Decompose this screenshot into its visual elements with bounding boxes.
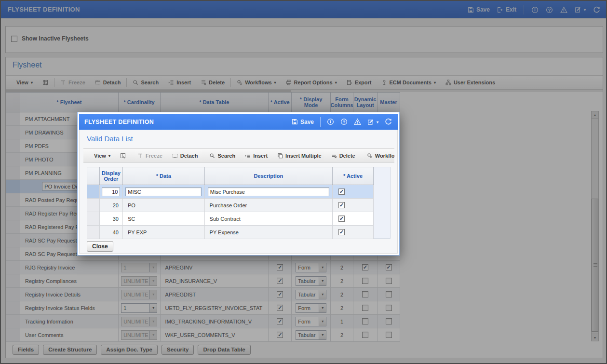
row-selector[interactable] — [87, 185, 100, 198]
valid-data-table: Display Order* DataDescription* Active ✓… — [87, 167, 374, 239]
dialog-body: Valid Data List View▾FreezeDetachSearchI… — [79, 130, 398, 254]
description-input[interactable] — [208, 187, 329, 196]
valid-data-row[interactable]: 30SCSub Contract✓ — [87, 212, 374, 226]
grid-tools-icon — [120, 153, 126, 159]
insert-icon — [245, 153, 251, 159]
insert-button[interactable]: Insert — [240, 149, 272, 162]
valid-data-row[interactable]: 40PY EXPPY Expense✓ — [87, 226, 374, 239]
insert-multiple-icon — [277, 153, 283, 159]
row-selector[interactable] — [87, 212, 100, 225]
dialog-title: FLYSHEET DEFINITION — [84, 119, 154, 125]
dialog-save-label: Save — [300, 119, 314, 125]
display-order-input[interactable] — [102, 187, 120, 196]
active-checkbox[interactable]: ✓ — [338, 216, 345, 222]
active-cell: ✓ — [333, 226, 374, 239]
description-cell: PY Expense — [205, 226, 333, 239]
view-label: View — [94, 153, 106, 159]
description-cell: Sub Contract — [205, 212, 333, 225]
description-cell — [205, 185, 333, 198]
valid-data-toolbar: View▾FreezeDetachSearchInsertInsert Mult… — [83, 148, 394, 162]
caret-down-icon: ▾ — [108, 153, 110, 158]
detach-label: Detach — [180, 153, 198, 159]
dialog-titlebar: FLYSHEET DEFINITION Save ? ▾ — [79, 114, 398, 130]
workflow-icon — [367, 153, 373, 159]
flysheet-definition-dialog: FLYSHEET DEFINITION Save ? ▾ Valid Data … — [77, 112, 400, 256]
detach-button[interactable]: Detach — [167, 149, 203, 162]
active-cell: ✓ — [333, 212, 374, 225]
warning-icon[interactable] — [354, 118, 361, 125]
search-label: Search — [217, 153, 235, 159]
svg-text:?: ? — [343, 120, 346, 124]
freeze-label: Freeze — [146, 153, 162, 159]
row-selector[interactable] — [87, 226, 100, 239]
column-header[interactable]: * Active — [333, 167, 374, 185]
valid-data-table-header: Display Order* DataDescription* Active — [87, 167, 374, 185]
view-button[interactable]: View▾ — [89, 149, 115, 162]
data-cell: SC — [123, 212, 205, 225]
info-icon[interactable] — [327, 118, 334, 125]
display-order-cell: 20 — [100, 199, 123, 212]
valid-data-list-heading: Valid Data List — [87, 135, 133, 143]
active-checkbox[interactable]: ✓ — [338, 189, 345, 195]
display-order-cell: 40 — [100, 226, 123, 239]
column-header[interactable]: * Data — [123, 167, 205, 185]
grid-tools-button[interactable] — [115, 149, 131, 162]
delete-button[interactable]: Delete — [326, 149, 360, 162]
active-cell: ✓ — [333, 185, 374, 198]
data-input[interactable] — [125, 187, 202, 196]
freeze-button: Freeze — [133, 149, 167, 162]
description-cell: Purchase Order — [205, 199, 333, 212]
display-order-cell — [100, 185, 123, 198]
data-cell — [123, 185, 205, 198]
dialog-titlebar-actions: Save ? ▾ — [292, 117, 392, 127]
valid-data-row[interactable]: ✓ — [87, 185, 374, 199]
delete-label: Delete — [339, 153, 355, 159]
active-checkbox[interactable]: ✓ — [338, 229, 345, 235]
search-icon — [209, 153, 215, 159]
display-order-cell: 30 — [100, 212, 123, 225]
detach-icon — [172, 153, 178, 159]
workflow-label: Workflow — [375, 153, 394, 159]
delete-icon — [331, 153, 337, 159]
column-header[interactable]: Display Order — [100, 167, 123, 185]
active-cell: ✓ — [333, 199, 374, 212]
help-icon[interactable]: ? — [340, 118, 348, 125]
freeze-icon — [137, 153, 143, 159]
edit-menu-button[interactable]: ▾ — [367, 119, 378, 125]
table-filler-area — [374, 167, 391, 239]
insert-multiple-button[interactable]: Insert Multiple — [272, 149, 326, 162]
row-selector[interactable] — [87, 199, 100, 212]
column-header[interactable] — [87, 167, 100, 185]
data-cell: PO — [123, 199, 205, 212]
workflow-button[interactable]: Workflow — [362, 149, 394, 162]
save-icon — [292, 119, 298, 125]
data-cell: PY EXP — [123, 226, 205, 239]
toolbar-separator — [320, 117, 321, 127]
edit-icon — [367, 119, 374, 125]
insert-multiple-label: Insert Multiple — [285, 153, 322, 159]
column-header[interactable]: Description — [205, 167, 333, 185]
app-window: FLYSHEET DEFINITION Save Exit ? ▾ Show — [0, 0, 607, 364]
insert-label: Insert — [253, 153, 268, 159]
refresh-icon[interactable] — [385, 118, 392, 125]
search-button[interactable]: Search — [204, 149, 240, 162]
dialog-save-button[interactable]: Save — [292, 119, 314, 125]
close-button[interactable]: Close — [87, 241, 113, 252]
valid-data-row[interactable]: 20POPurchase Order✓ — [87, 199, 374, 212]
caret-down-icon: ▾ — [377, 120, 378, 124]
active-checkbox[interactable]: ✓ — [338, 202, 345, 208]
